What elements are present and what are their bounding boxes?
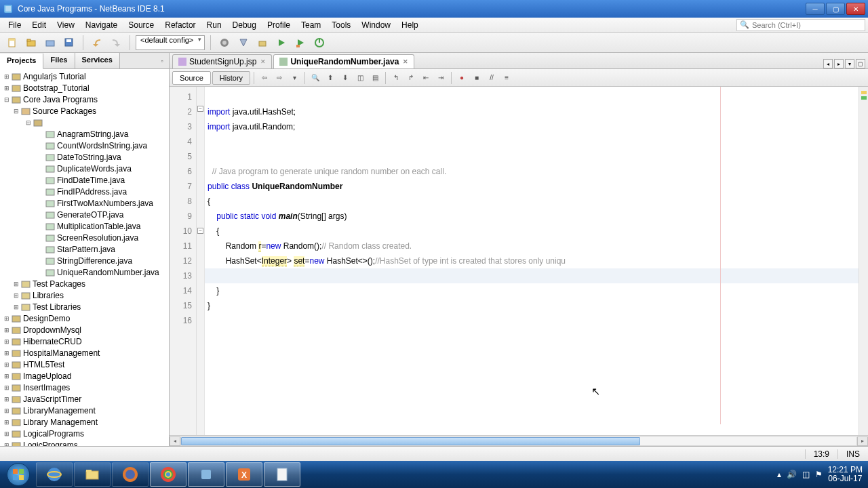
sidebar-tab-projects[interactable]: Projects bbox=[0, 54, 43, 69]
tree-node[interactable]: ⊞Libraries bbox=[0, 289, 169, 301]
tree-toggle-icon[interactable]: ⊞ bbox=[3, 315, 11, 322]
line-number-gutter[interactable]: 12345678910111213141516 bbox=[170, 87, 197, 435]
menu-window[interactable]: Window bbox=[356, 19, 396, 31]
tree-toggle-icon[interactable]: ⊞ bbox=[3, 407, 11, 414]
tree-node[interactable]: ⊞LogicPrograms bbox=[0, 439, 169, 446]
tree-node[interactable]: ⊟Source Packages bbox=[0, 105, 169, 117]
new-project-button[interactable] bbox=[23, 35, 39, 51]
error-stripe[interactable] bbox=[859, 87, 868, 435]
sidebar-tab-files[interactable]: Files bbox=[43, 53, 75, 68]
tree-node[interactable]: ⊞LibraryManagement bbox=[0, 405, 169, 416]
close-tab-button[interactable]: ✕ bbox=[260, 58, 266, 65]
clock[interactable]: 12:21 PM 06-Jul-17 bbox=[828, 466, 863, 483]
clean-build-button[interactable] bbox=[235, 35, 252, 51]
tree-toggle-icon[interactable]: ⊞ bbox=[3, 350, 11, 357]
nav-dropdown-button[interactable]: ▾ bbox=[288, 71, 301, 85]
menu-run[interactable]: Run bbox=[201, 19, 227, 31]
stop-macro-button[interactable]: ■ bbox=[470, 71, 484, 85]
undo-button[interactable] bbox=[89, 35, 105, 51]
tree-node[interactable]: ⊞Library Management bbox=[0, 416, 169, 428]
scroll-track[interactable] bbox=[180, 436, 857, 446]
prev-bookmark-button[interactable]: ↰ bbox=[389, 71, 403, 85]
sidebar-minimize-button[interactable]: ▫ bbox=[155, 53, 169, 68]
tray-up-icon[interactable]: ▴ bbox=[777, 470, 781, 479]
scroll-thumb[interactable] bbox=[181, 437, 640, 445]
quick-search[interactable]: 🔍 bbox=[736, 19, 865, 31]
fold-gutter[interactable]: − − bbox=[197, 87, 205, 435]
nav-back-button[interactable]: ⇦ bbox=[258, 71, 271, 85]
uncomment-button[interactable]: ≡ bbox=[500, 71, 513, 85]
fold-toggle-icon[interactable]: − bbox=[197, 228, 203, 234]
tree-node[interactable]: ⊞DesignDemo bbox=[0, 312, 169, 324]
next-bookmark-button[interactable]: ↱ bbox=[404, 71, 418, 85]
tab-scroll-right-button[interactable]: ▸ bbox=[834, 59, 844, 68]
scroll-left-button[interactable]: ◂ bbox=[170, 436, 180, 446]
search-input[interactable] bbox=[752, 21, 861, 29]
tree-node[interactable]: ⊞ImageUpload bbox=[0, 370, 169, 382]
tree-toggle-icon[interactable]: ⊞ bbox=[12, 292, 20, 299]
tree-node[interactable]: ⊞Bootstrap_Tutorial bbox=[0, 82, 169, 94]
tree-toggle-icon[interactable]: ⊞ bbox=[3, 361, 11, 368]
tree-node[interactable]: ⊞HibernateCRUD bbox=[0, 336, 169, 347]
tree-node[interactable]: ScreenResolution.java bbox=[0, 232, 169, 243]
project-tree[interactable]: ⊞Angularjs Tutorial⊞Bootstrap_Tutorial⊟C… bbox=[0, 69, 169, 446]
taskbar-ie-icon[interactable] bbox=[36, 462, 73, 487]
tree-toggle-icon[interactable]: ⊞ bbox=[3, 73, 11, 80]
tab-scroll-left-button[interactable]: ◂ bbox=[823, 59, 833, 68]
horizontal-scrollbar[interactable]: ◂ ▸ bbox=[170, 435, 868, 446]
tree-node[interactable]: ⊞HTML5Test bbox=[0, 359, 169, 370]
tree-toggle-icon[interactable]: ⊞ bbox=[3, 419, 11, 426]
taskbar-firefox-icon[interactable] bbox=[112, 462, 149, 487]
tree-node[interactable]: MultiplicationTable.java bbox=[0, 220, 169, 232]
system-tray[interactable]: ▴ 🔊 ◫ ⚑ 12:21 PM 06-Jul-17 bbox=[777, 466, 867, 483]
menu-profile[interactable]: Profile bbox=[262, 19, 296, 31]
taskbar-explorer-icon[interactable] bbox=[74, 462, 111, 487]
build-button[interactable] bbox=[216, 35, 233, 51]
menu-tools[interactable]: Tools bbox=[326, 19, 356, 31]
menu-source[interactable]: Source bbox=[123, 19, 159, 31]
tree-node[interactable]: ⊞Test Libraries bbox=[0, 301, 169, 312]
shift-left-button[interactable]: ⇤ bbox=[419, 71, 433, 85]
open-project-button[interactable] bbox=[42, 35, 58, 51]
tree-node[interactable]: UniqueRandomNumber.java bbox=[0, 266, 169, 278]
menu-view[interactable]: View bbox=[52, 19, 80, 31]
tree-toggle-icon[interactable]: ⊟ bbox=[24, 119, 33, 126]
redo-button[interactable] bbox=[108, 35, 124, 51]
close-tab-button[interactable]: ✕ bbox=[403, 58, 408, 65]
tree-toggle-icon[interactable]: ⊞ bbox=[3, 338, 11, 345]
tree-node[interactable]: ⊞Test Packages bbox=[0, 278, 169, 289]
tab-list-button[interactable]: ▾ bbox=[845, 59, 854, 68]
maximize-editor-button[interactable]: ▢ bbox=[856, 59, 865, 68]
menu-debug[interactable]: Debug bbox=[227, 19, 262, 31]
tree-toggle-icon[interactable]: ⊞ bbox=[3, 85, 11, 92]
tree-node[interactable]: AnagramString.java bbox=[0, 128, 169, 140]
tree-node[interactable]: StringDifference.java bbox=[0, 255, 169, 266]
menu-refactor[interactable]: Refactor bbox=[159, 19, 201, 31]
tree-node[interactable]: FindIPAddress.java bbox=[0, 186, 169, 197]
tree-toggle-icon[interactable]: ⊞ bbox=[12, 304, 20, 310]
tree-toggle-icon[interactable]: ⊞ bbox=[3, 430, 11, 437]
tree-node[interactable]: ⊞InsertImages bbox=[0, 382, 169, 393]
tree-node[interactable]: ⊟Core Java Programs bbox=[0, 94, 169, 105]
scroll-right-button[interactable]: ▸ bbox=[857, 436, 868, 446]
comment-button[interactable]: // bbox=[485, 71, 498, 85]
volume-icon[interactable]: 🔊 bbox=[787, 470, 797, 479]
fold-toggle-icon[interactable]: − bbox=[197, 106, 203, 112]
menu-edit[interactable]: Edit bbox=[26, 19, 52, 31]
start-macro-button[interactable]: ● bbox=[455, 71, 469, 85]
tree-node[interactable]: DateToString.java bbox=[0, 151, 169, 163]
start-button[interactable] bbox=[1, 461, 35, 488]
menu-navigate[interactable]: Navigate bbox=[80, 19, 123, 31]
tree-node[interactable]: ⊟ bbox=[0, 117, 169, 128]
tree-node[interactable]: FindDateTime.java bbox=[0, 174, 169, 186]
taskbar-xampp-icon[interactable]: X bbox=[226, 462, 262, 487]
save-all-button[interactable] bbox=[61, 35, 77, 51]
source-view-tab[interactable]: Source bbox=[172, 71, 211, 85]
tree-node[interactable]: DuplicateWords.java bbox=[0, 163, 169, 174]
taskbar-notepad-icon[interactable] bbox=[264, 462, 300, 487]
close-button[interactable]: ✕ bbox=[846, 3, 865, 15]
minimize-button[interactable]: ─ bbox=[806, 3, 825, 15]
tree-node[interactable]: ⊞JavaScriptTimer bbox=[0, 393, 169, 405]
maximize-button[interactable]: ▢ bbox=[826, 3, 845, 15]
find-selection-button[interactable]: 🔍 bbox=[309, 71, 322, 85]
